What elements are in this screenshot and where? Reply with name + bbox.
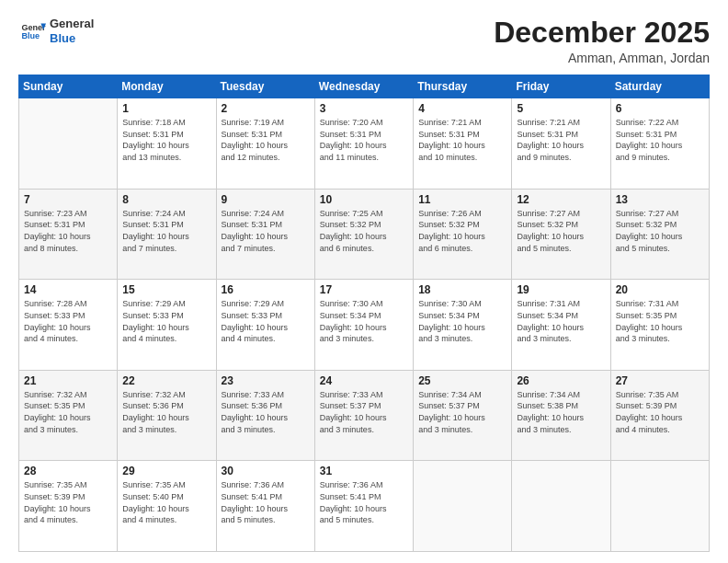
cell-info: Sunrise: 7:31 AM Sunset: 5:35 PM Dayligh… xyxy=(616,298,704,344)
day-number: 20 xyxy=(616,283,704,296)
calendar-cell: 14Sunrise: 7:28 AM Sunset: 5:33 PM Dayli… xyxy=(19,280,118,371)
day-header-wednesday: Wednesday xyxy=(314,75,413,98)
calendar-cell: 22Sunrise: 7:32 AM Sunset: 5:36 PM Dayli… xyxy=(118,370,216,461)
calendar-cell: 17Sunrise: 7:30 AM Sunset: 5:34 PM Dayli… xyxy=(314,280,413,371)
calendar-cell: 24Sunrise: 7:33 AM Sunset: 5:37 PM Dayli… xyxy=(314,370,413,461)
cell-info: Sunrise: 7:35 AM Sunset: 5:39 PM Dayligh… xyxy=(24,479,112,525)
day-number: 19 xyxy=(517,283,605,296)
day-number: 27 xyxy=(616,374,704,387)
day-number: 23 xyxy=(222,374,310,387)
day-header-friday: Friday xyxy=(512,75,610,98)
cell-info: Sunrise: 7:27 AM Sunset: 5:32 PM Dayligh… xyxy=(616,208,704,254)
day-number: 18 xyxy=(418,283,506,296)
cell-info: Sunrise: 7:24 AM Sunset: 5:31 PM Dayligh… xyxy=(122,208,210,254)
calendar-cell: 9Sunrise: 7:24 AM Sunset: 5:31 PM Daylig… xyxy=(216,189,314,280)
calendar-cell: 21Sunrise: 7:32 AM Sunset: 5:35 PM Dayli… xyxy=(19,370,118,461)
day-number: 12 xyxy=(517,193,605,206)
cell-info: Sunrise: 7:20 AM Sunset: 5:31 PM Dayligh… xyxy=(320,117,408,163)
calendar-cell: 3Sunrise: 7:20 AM Sunset: 5:31 PM Daylig… xyxy=(314,98,413,190)
cell-info: Sunrise: 7:21 AM Sunset: 5:31 PM Dayligh… xyxy=(418,117,506,163)
calendar-cell: 16Sunrise: 7:29 AM Sunset: 5:33 PM Dayli… xyxy=(216,280,314,371)
day-number: 13 xyxy=(616,193,704,206)
day-number: 7 xyxy=(24,193,112,206)
calendar-cell xyxy=(414,461,512,552)
day-number: 5 xyxy=(517,102,605,115)
logo: General Blue General Blue xyxy=(18,17,94,45)
day-number: 30 xyxy=(222,465,310,477)
cell-info: Sunrise: 7:19 AM Sunset: 5:31 PM Dayligh… xyxy=(222,117,310,163)
logo-blue-text: Blue xyxy=(50,31,94,46)
day-header-thursday: Thursday xyxy=(414,75,512,98)
calendar-cell: 12Sunrise: 7:27 AM Sunset: 5:32 PM Dayli… xyxy=(512,189,610,280)
cell-info: Sunrise: 7:30 AM Sunset: 5:34 PM Dayligh… xyxy=(418,298,506,344)
cell-info: Sunrise: 7:23 AM Sunset: 5:31 PM Dayligh… xyxy=(24,208,112,254)
cell-info: Sunrise: 7:36 AM Sunset: 5:41 PM Dayligh… xyxy=(222,479,310,525)
day-number: 2 xyxy=(222,102,310,115)
day-number: 8 xyxy=(122,193,210,206)
calendar-cell: 29Sunrise: 7:35 AM Sunset: 5:40 PM Dayli… xyxy=(118,461,216,552)
calendar-cell: 7Sunrise: 7:23 AM Sunset: 5:31 PM Daylig… xyxy=(19,189,118,280)
calendar-week-5: 28Sunrise: 7:35 AM Sunset: 5:39 PM Dayli… xyxy=(19,461,710,552)
cell-info: Sunrise: 7:24 AM Sunset: 5:31 PM Dayligh… xyxy=(222,208,310,254)
calendar-cell: 11Sunrise: 7:26 AM Sunset: 5:32 PM Dayli… xyxy=(414,189,512,280)
cell-info: Sunrise: 7:36 AM Sunset: 5:41 PM Dayligh… xyxy=(320,479,408,525)
cell-info: Sunrise: 7:29 AM Sunset: 5:33 PM Dayligh… xyxy=(222,298,310,344)
calendar-cell: 19Sunrise: 7:31 AM Sunset: 5:34 PM Dayli… xyxy=(512,280,610,371)
header-row: SundayMondayTuesdayWednesdayThursdayFrid… xyxy=(19,75,710,98)
day-number: 28 xyxy=(24,465,112,477)
cell-info: Sunrise: 7:18 AM Sunset: 5:31 PM Dayligh… xyxy=(122,117,210,163)
logo-icon: General Blue xyxy=(20,18,46,44)
day-number: 10 xyxy=(320,193,408,206)
calendar-cell: 15Sunrise: 7:29 AM Sunset: 5:33 PM Dayli… xyxy=(118,280,216,371)
calendar-cell: 18Sunrise: 7:30 AM Sunset: 5:34 PM Dayli… xyxy=(414,280,512,371)
calendar-cell: 1Sunrise: 7:18 AM Sunset: 5:31 PM Daylig… xyxy=(118,98,216,190)
day-header-monday: Monday xyxy=(118,75,216,98)
calendar-week-2: 7Sunrise: 7:23 AM Sunset: 5:31 PM Daylig… xyxy=(19,189,710,280)
cell-info: Sunrise: 7:33 AM Sunset: 5:37 PM Dayligh… xyxy=(320,389,408,435)
day-header-sunday: Sunday xyxy=(19,75,118,98)
day-number: 31 xyxy=(320,465,408,477)
day-header-saturday: Saturday xyxy=(610,75,709,98)
day-number: 3 xyxy=(320,102,408,115)
month-title: December 2025 xyxy=(494,17,710,49)
cell-info: Sunrise: 7:35 AM Sunset: 5:39 PM Dayligh… xyxy=(616,389,704,435)
cell-info: Sunrise: 7:22 AM Sunset: 5:31 PM Dayligh… xyxy=(616,117,704,163)
cell-info: Sunrise: 7:27 AM Sunset: 5:32 PM Dayligh… xyxy=(517,208,605,254)
cell-info: Sunrise: 7:35 AM Sunset: 5:40 PM Dayligh… xyxy=(122,479,210,525)
cell-info: Sunrise: 7:26 AM Sunset: 5:32 PM Dayligh… xyxy=(418,208,506,254)
day-number: 21 xyxy=(24,374,112,387)
calendar-cell xyxy=(19,98,118,190)
calendar-cell: 27Sunrise: 7:35 AM Sunset: 5:39 PM Dayli… xyxy=(610,370,709,461)
calendar-week-1: 1Sunrise: 7:18 AM Sunset: 5:31 PM Daylig… xyxy=(19,98,710,190)
calendar-cell: 20Sunrise: 7:31 AM Sunset: 5:35 PM Dayli… xyxy=(610,280,709,371)
day-number: 25 xyxy=(418,374,506,387)
cell-info: Sunrise: 7:30 AM Sunset: 5:34 PM Dayligh… xyxy=(320,298,408,344)
cell-info: Sunrise: 7:33 AM Sunset: 5:36 PM Dayligh… xyxy=(222,389,310,435)
calendar-cell: 8Sunrise: 7:24 AM Sunset: 5:31 PM Daylig… xyxy=(118,189,216,280)
cell-info: Sunrise: 7:32 AM Sunset: 5:36 PM Dayligh… xyxy=(122,389,210,435)
day-number: 22 xyxy=(122,374,210,387)
cell-info: Sunrise: 7:32 AM Sunset: 5:35 PM Dayligh… xyxy=(24,389,112,435)
cell-info: Sunrise: 7:34 AM Sunset: 5:37 PM Dayligh… xyxy=(418,389,506,435)
calendar-week-4: 21Sunrise: 7:32 AM Sunset: 5:35 PM Dayli… xyxy=(19,370,710,461)
calendar-cell xyxy=(512,461,610,552)
calendar-cell xyxy=(610,461,709,552)
calendar-cell: 10Sunrise: 7:25 AM Sunset: 5:32 PM Dayli… xyxy=(314,189,413,280)
title-block: December 2025 Amman, Amman, Jordan xyxy=(494,17,710,65)
calendar-cell: 28Sunrise: 7:35 AM Sunset: 5:39 PM Dayli… xyxy=(19,461,118,552)
day-number: 15 xyxy=(122,283,210,296)
calendar-table: SundayMondayTuesdayWednesdayThursdayFrid… xyxy=(18,75,710,552)
svg-text:Blue: Blue xyxy=(21,31,40,40)
header: General Blue General Blue December 2025 … xyxy=(18,17,710,65)
calendar-cell: 30Sunrise: 7:36 AM Sunset: 5:41 PM Dayli… xyxy=(216,461,314,552)
day-number: 4 xyxy=(418,102,506,115)
day-header-tuesday: Tuesday xyxy=(216,75,314,98)
location: Amman, Amman, Jordan xyxy=(494,51,710,65)
calendar-cell: 26Sunrise: 7:34 AM Sunset: 5:38 PM Dayli… xyxy=(512,370,610,461)
calendar-week-3: 14Sunrise: 7:28 AM Sunset: 5:33 PM Dayli… xyxy=(19,280,710,371)
calendar-cell: 23Sunrise: 7:33 AM Sunset: 5:36 PM Dayli… xyxy=(216,370,314,461)
day-number: 17 xyxy=(320,283,408,296)
day-number: 6 xyxy=(616,102,704,115)
cell-info: Sunrise: 7:25 AM Sunset: 5:32 PM Dayligh… xyxy=(320,208,408,254)
day-number: 1 xyxy=(122,102,210,115)
